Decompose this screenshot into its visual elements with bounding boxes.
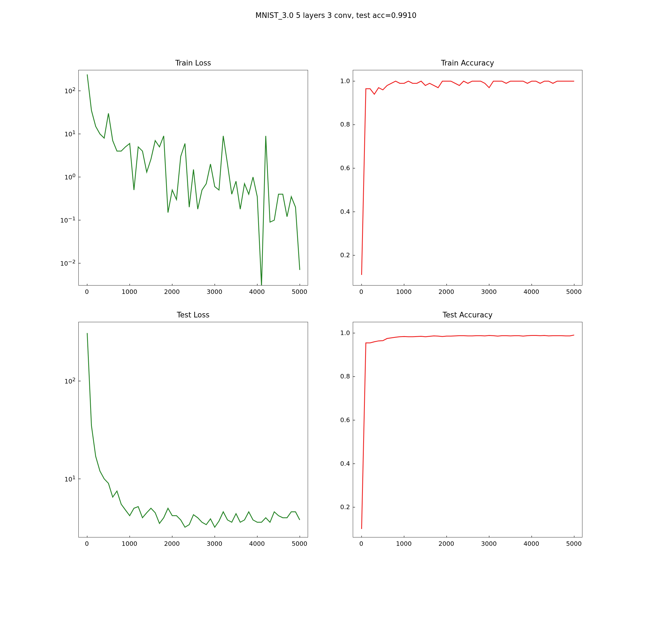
ytick-label: 102 [56, 86, 76, 95]
xtick-label: 0 [85, 288, 89, 295]
xtick-label: 5000 [566, 540, 582, 547]
ytick-label: 1.0 [337, 77, 350, 84]
plot-area [353, 70, 582, 286]
xtick-label: 1000 [396, 288, 412, 295]
ytick-label: 10−1 [56, 216, 76, 224]
figure-suptitle: MNIST_3.0 5 layers 3 conv, test acc=0.99… [0, 11, 672, 20]
subplot-train_acc: Train Accuracy0100020003000400050000.20.… [353, 70, 582, 286]
xtick-label: 1000 [121, 288, 137, 295]
axes-title: Train Accuracy [353, 59, 582, 67]
xtick-label: 5000 [292, 540, 308, 547]
xtick-label: 5000 [566, 288, 582, 295]
xtick-label: 5000 [292, 288, 308, 295]
xtick-label: 4000 [524, 540, 539, 547]
figure: MNIST_3.0 5 layers 3 conv, test acc=0.99… [0, 0, 672, 627]
xtick-label: 0 [85, 540, 89, 547]
ytick-label: 0.8 [337, 373, 350, 380]
plot-area [78, 70, 308, 286]
xtick-label: 3000 [207, 288, 222, 295]
subplot-test_acc: Test Accuracy0100020003000400050000.20.4… [353, 322, 582, 537]
subplot-test_loss: Test Loss010002000300040005000101102 [78, 322, 308, 537]
ytick-label: 0.6 [337, 165, 350, 172]
axes-title: Train Loss [78, 59, 308, 67]
xtick-label: 4000 [524, 288, 539, 295]
ytick-label: 102 [56, 377, 76, 385]
xtick-label: 3000 [481, 288, 497, 295]
xtick-label: 2000 [438, 540, 454, 547]
series-test_acc [361, 335, 574, 529]
xtick-label: 0 [359, 288, 363, 295]
series-test_loss [87, 333, 299, 527]
ytick-label: 0.2 [337, 504, 350, 510]
xtick-label: 2000 [164, 540, 180, 547]
series-train_loss [87, 74, 299, 286]
ytick-label: 0.2 [337, 251, 350, 259]
xtick-label: 1000 [121, 540, 137, 547]
xtick-label: 1000 [396, 540, 412, 547]
xtick-label: 2000 [438, 288, 454, 295]
ytick-label: 0.4 [337, 208, 350, 215]
ytick-label: 101 [56, 475, 76, 483]
axes-title: Test Loss [78, 311, 308, 319]
ytick-label: 0.4 [337, 460, 350, 467]
xtick-label: 4000 [249, 540, 265, 547]
ytick-label: 10−2 [56, 259, 76, 267]
xtick-label: 0 [359, 540, 363, 547]
ytick-label: 101 [56, 129, 76, 138]
plot-area [78, 322, 308, 537]
xtick-label: 2000 [164, 288, 180, 295]
xtick-label: 3000 [481, 540, 497, 547]
ytick-label: 0.6 [337, 416, 350, 424]
ytick-label: 0.8 [337, 121, 350, 128]
subplot-train_loss: Train Loss01000200030004000500010−210−11… [78, 70, 308, 286]
series-train_acc [361, 81, 574, 275]
xtick-label: 4000 [249, 288, 265, 295]
ytick-label: 100 [56, 172, 76, 181]
axes-title: Test Accuracy [353, 311, 582, 319]
ytick-label: 1.0 [337, 329, 350, 336]
plot-area [353, 322, 582, 537]
xtick-label: 3000 [207, 540, 222, 547]
